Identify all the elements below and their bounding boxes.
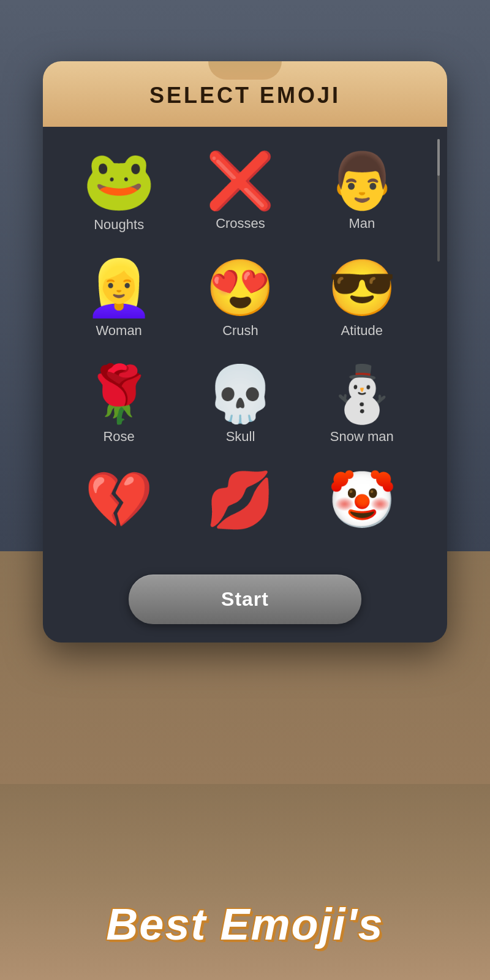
skull-label: Skull [226, 429, 255, 445]
crush-label: Crush [222, 323, 258, 339]
emoji-item-clown[interactable]: 🤡 [304, 460, 420, 544]
emoji-item-broken-heart[interactable]: 💔 [61, 460, 176, 544]
lips-icon: 💋 [206, 472, 274, 527]
emoji-item-snowman[interactable]: ⛄ Snow man [304, 354, 420, 454]
clown-icon: 🤡 [328, 472, 396, 527]
start-button[interactable]: Start [129, 575, 361, 624]
emoji-item-woman[interactable]: 👱‍♀️ Woman [61, 248, 176, 348]
man-label: Man [349, 216, 375, 232]
bottom-section: Best Emoji's [0, 784, 490, 980]
man-icon: 👨 [328, 153, 396, 208]
broken-heart-icon: 💔 [85, 472, 153, 527]
bottom-tagline: Best Emoji's [106, 899, 383, 949]
header: SELECT EMOJI [43, 61, 447, 127]
emoji-item-man[interactable]: 👨 Man [304, 139, 420, 242]
attitude-icon: 😎 [328, 260, 396, 315]
emoji-item-lips[interactable]: 💋 [183, 460, 298, 544]
emoji-item-skull[interactable]: 💀 Skull [183, 354, 298, 454]
noughts-icon: 🐸 [83, 151, 156, 209]
emoji-item-attitude[interactable]: 😎 Atitude [304, 248, 420, 348]
noughts-label: Noughts [94, 217, 144, 233]
woman-label: Woman [96, 323, 141, 339]
scrollbar-thumb [437, 139, 440, 176]
snowman-label: Snow man [330, 429, 394, 445]
start-button-container: Start [43, 562, 447, 643]
emoji-item-crosses[interactable]: ❌ Crosses [183, 139, 298, 242]
emoji-grid: 🐸 Noughts ❌ Crosses 👨 Man 👱‍♀️ Woman 😍 C… [61, 139, 429, 544]
content-area: 🐸 Noughts ❌ Crosses 👨 Man 👱‍♀️ Woman 😍 C… [43, 127, 447, 562]
emoji-item-noughts[interactable]: 🐸 Noughts [61, 139, 176, 242]
scrollbar[interactable] [437, 139, 440, 262]
emoji-item-rose[interactable]: 🌹 Rose [61, 354, 176, 454]
woman-icon: 👱‍♀️ [85, 260, 153, 315]
panel-title: SELECT EMOJI [55, 83, 435, 108]
attitude-label: Atitude [341, 323, 383, 339]
crosses-icon: ❌ [206, 153, 274, 208]
crosses-label: Crosses [216, 216, 265, 232]
skull-icon: 💀 [206, 366, 274, 421]
crush-icon: 😍 [206, 260, 274, 315]
snowman-icon: ⛄ [328, 366, 396, 421]
main-panel: SELECT EMOJI 🐸 Noughts ❌ Crosses 👨 Man 👱… [43, 61, 447, 643]
emoji-item-crush[interactable]: 😍 Crush [183, 248, 298, 348]
rose-icon: 🌹 [85, 366, 153, 421]
rose-label: Rose [103, 429, 134, 445]
